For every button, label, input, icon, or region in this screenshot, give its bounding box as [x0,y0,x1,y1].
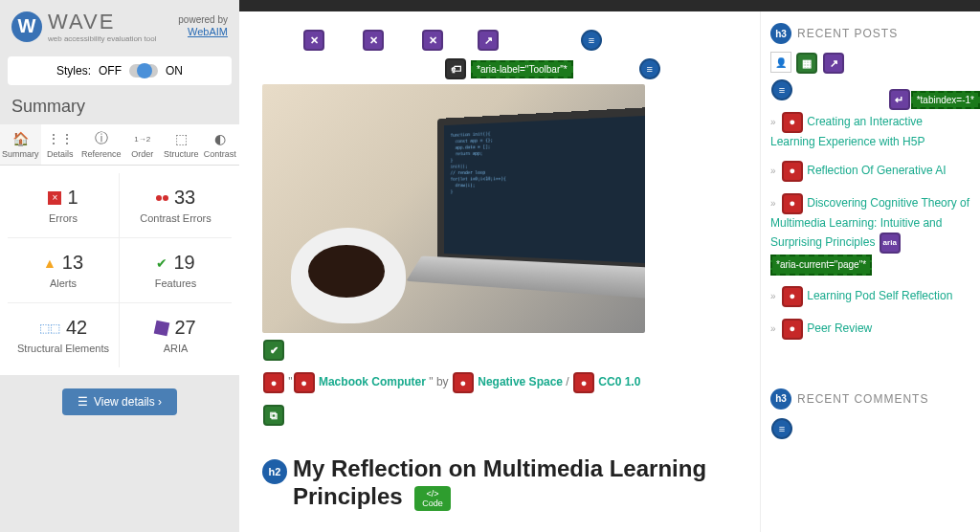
structural-nav-icon[interactable]: ✕ [303,30,324,51]
order-icon: 1→2 [134,130,150,147]
tab-details[interactable]: ⋮⋮Details [41,124,79,165]
contrast-overlay-icon[interactable]: ● [782,193,803,214]
stats-grid: ×1 Errors 33 Contrast Errors ▲13 Alerts … [0,166,239,375]
list-overlay-icon[interactable]: ≡ [639,58,660,79]
error-icon: × [48,191,61,205]
tab-order[interactable]: 1→2Order [123,124,162,165]
stat-contrast[interactable]: 33 Contrast Errors [120,173,232,238]
contrast-overlay-icon[interactable]: ● [294,372,315,393]
home-icon: 🏠 [12,130,29,147]
wave-logo-icon: W [11,11,42,42]
aria-label-icon[interactable]: 🏷 [445,58,466,79]
details-icon: ⋮⋮ [47,130,74,147]
h3-badge-icon[interactable]: h3 [770,388,791,410]
recent-comments-heading: RECENT COMMENTS [797,392,928,406]
stat-features[interactable]: ✔19 Features [120,238,232,303]
avatar-icon: 👤 [770,52,791,73]
image-author-link[interactable]: Negative Space [478,375,563,388]
structural-nav-icon[interactable]: ✕ [422,30,443,51]
summary-heading: Summary [0,89,239,124]
tab-reference[interactable]: ⓘReference [79,124,123,165]
aria-current-icon[interactable]: aria [880,233,901,254]
styles-toggle-row: Styles: OFF ON [8,56,232,85]
info-icon: ⓘ [95,130,108,147]
contrast-icon: ◐ [214,130,226,147]
powered-by-link[interactable]: WebAIM [188,26,228,37]
admin-bar [239,0,980,11]
stat-errors[interactable]: ×1 Errors [8,173,120,238]
recent-posts-heading: RECENT POSTS [797,27,898,40]
overlay-row-top: ✕ ✕ ✕ ↗ ≡ [262,29,737,52]
list-overlay-icon[interactable]: ≡ [771,418,792,439]
list-overlay-icon[interactable]: ≡ [581,30,602,51]
brand-tagline: web accessibility evaluation tool [48,34,156,43]
aria-overlay-icon[interactable]: ↗ [823,53,844,74]
image-license-link[interactable]: CC0 1.0 [598,375,640,388]
h2-badge-icon[interactable]: h2 [262,459,287,484]
aria-current-badge: *aria-current="page"* [770,255,872,276]
aria-label-badge: *aria-label="Toolbar"* [471,60,573,78]
structural-nav-icon[interactable]: ✕ [363,30,384,51]
image-caption: ● "● Macbook Computer " by ● Negative Sp… [262,371,737,394]
article-heading-row: h2 My Reflection on Multimedia Learning … [262,455,737,511]
styles-toggle[interactable] [129,64,158,78]
sidebar-tabs: 🏠Summary ⋮⋮Details ⓘReference 1→2Order ⬚… [0,124,239,166]
tab-contrast[interactable]: ◐Contrast [201,124,239,165]
post-link[interactable]: Reflection Of Generative AI [807,164,946,177]
feature-icon: ✔ [156,255,167,271]
stat-aria[interactable]: 27 ARIA [120,303,232,367]
styles-label: Styles: [56,64,91,78]
toggle-off-label: OFF [99,64,122,78]
tab-summary[interactable]: 🏠Summary [0,124,41,165]
code-badge[interactable]: </> Code [414,486,451,511]
powered-label: powered by [178,14,228,25]
aria-overlay-icon[interactable]: ↗ [478,30,499,51]
structure-icon: ⬚ [175,130,188,147]
wave-sidebar: W WAVE web accessibility evaluation tool… [0,0,239,532]
view-details-button[interactable]: ☰ View details › [62,388,177,415]
hero-image: function init(){ const app = {}; app.dat… [262,84,645,333]
contrast-overlay-icon[interactable]: ● [782,319,803,340]
tabindex-callout: ↵ *tabindex=-1* [888,88,980,111]
contrast-overlay-icon[interactable]: ● [263,372,284,393]
toggle-on-label: ON [166,64,183,78]
contrast-error-icon [156,195,168,201]
stat-alerts[interactable]: ▲13 Alerts [8,238,120,303]
contrast-overlay-icon[interactable]: ● [782,161,803,182]
article-heading: My Reflection on Multimedia Learning Pri… [293,455,706,509]
tab-structure[interactable]: ⬚Structure [162,124,201,165]
stat-structural[interactable]: ⬚⬚42 Structural Elements [8,303,120,367]
feature-overlay-icon[interactable]: ▦ [796,53,817,74]
sidebar-header: W WAVE web accessibility evaluation tool… [0,0,239,53]
page-content: ✕ ✕ ✕ ↗ ≡ 🏷 *aria-label="Toolbar"* ≡ [239,0,980,532]
alert-icon: ▲ [43,255,56,271]
brand-name: WAVE [48,10,156,34]
feature-overlay-icon[interactable]: ✔ [263,340,284,361]
list-icon: ☰ [78,395,88,409]
main-column: ✕ ✕ ✕ ↗ ≡ 🏷 *aria-label="Toolbar"* ≡ [239,11,760,532]
structural-icon: ⬚⬚ [39,321,60,335]
contrast-overlay-icon[interactable]: ● [453,372,474,393]
tabindex-badge: *tabindex=-1* [911,91,980,109]
contrast-overlay-icon[interactable]: ● [573,372,594,393]
aria-icon [154,320,170,336]
post-link[interactable]: Learning Pod Self Reflection [807,289,952,302]
image-title-link[interactable]: Macbook Computer [319,375,426,388]
feature-overlay-icon[interactable]: ⧉ [263,405,284,426]
right-sidebar: h3 RECENT POSTS 👤 ▦ ↗ ↵ *tabindex=-1* ≡ … [760,11,980,532]
h3-badge-icon[interactable]: h3 [770,23,791,44]
post-link[interactable]: Peer Review [807,321,872,335]
contrast-overlay-icon[interactable]: ● [782,112,803,133]
contrast-overlay-icon[interactable]: ● [782,286,803,307]
list-overlay-icon[interactable]: ≡ [771,79,792,100]
tabindex-icon[interactable]: ↵ [889,89,910,110]
